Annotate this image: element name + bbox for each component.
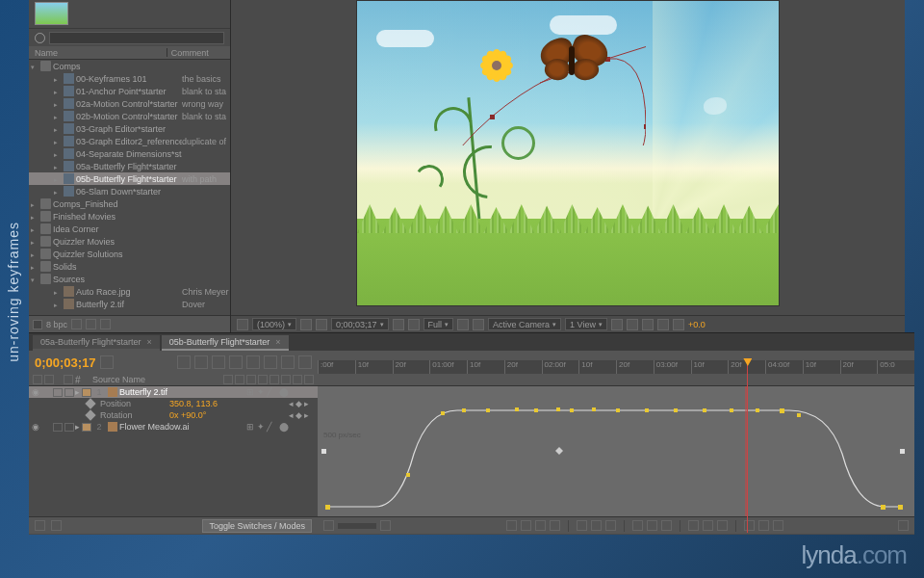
bpc-label[interactable]: 8 bpc: [46, 320, 67, 329]
views-dropdown[interactable]: 1 View: [565, 318, 607, 330]
close-tab-icon[interactable]: ×: [147, 337, 152, 347]
composition-canvas[interactable]: [356, 0, 780, 306]
transparency-icon[interactable]: [473, 319, 484, 330]
motion-blur-icon[interactable]: [246, 355, 260, 369]
easy-ease-out-icon[interactable]: [773, 520, 783, 531]
comp-thumbnail[interactable]: [35, 2, 68, 25]
time-ruler[interactable]: :00f10f20f01:00f10f20f02:00f10f20f03:00f…: [318, 360, 914, 374]
zoom-out-icon[interactable]: [323, 520, 334, 531]
ruler-tick[interactable]: 20f: [504, 360, 542, 374]
graph-editor-icon[interactable]: [298, 355, 312, 369]
property-name[interactable]: Rotation: [100, 410, 169, 420]
layer-name[interactable]: Butterfly 2.tif: [119, 387, 246, 397]
tree-row-comp[interactable]: 00-Keyframes 101the basics: [29, 72, 230, 85]
zoom-in-icon[interactable]: [380, 520, 391, 531]
frame-blend-toggle-icon[interactable]: [51, 520, 62, 531]
ruler-tick[interactable]: 10f: [578, 360, 616, 374]
project-column-headers[interactable]: Name Comment: [29, 46, 230, 60]
solo-toggle[interactable]: [53, 388, 63, 397]
solo-toggle[interactable]: [53, 423, 63, 432]
tree-row-comp[interactable]: 02b-Motion Control*starterblank to sta: [29, 110, 230, 122]
brainstorm-icon[interactable]: [264, 355, 277, 369]
source-name-header[interactable]: Source Name: [92, 375, 145, 384]
lock-toggle[interactable]: [64, 423, 74, 432]
snapshot-icon[interactable]: [393, 319, 404, 330]
viewer-time-display[interactable]: 0;00;03;17: [331, 318, 389, 330]
camera-dropdown[interactable]: Active Camera: [488, 318, 561, 330]
roi-icon[interactable]: [457, 319, 469, 330]
layer-row[interactable]: ◉▸2Flower Meadow.ai⊞ ✦ ╱ ⬤: [29, 421, 318, 433]
switches-header-3[interactable]: [246, 375, 256, 384]
auto-zoom-icon[interactable]: [577, 520, 587, 531]
property-name[interactable]: Position: [100, 399, 169, 408]
switches-header-7[interactable]: [293, 375, 302, 384]
ruler-tick[interactable]: 20f: [393, 360, 430, 374]
switches-header-6[interactable]: [281, 375, 291, 384]
property-value[interactable]: 350.8, 113.6: [169, 399, 218, 408]
mask-icon[interactable]: [316, 319, 327, 330]
tree-row-folder[interactable]: Quizzler Solutions: [29, 248, 230, 260]
resolution-dropdown[interactable]: Full: [424, 318, 454, 330]
exposure-value[interactable]: +0.0: [688, 320, 706, 329]
channel-icon[interactable]: [408, 319, 420, 330]
auto-bezier-icon[interactable]: [703, 520, 713, 531]
tree-row-file[interactable]: Butterfly 2.tifDover: [29, 298, 230, 310]
pixel-aspect-icon[interactable]: [611, 319, 623, 330]
next-kf-icon[interactable]: ▸: [304, 399, 309, 408]
delete-button[interactable]: [100, 319, 111, 329]
tree-row-comp[interactable]: 02a-Motion Control*starterwrong way: [29, 97, 230, 110]
switches-header-4[interactable]: [258, 375, 268, 384]
edit-selected-icon[interactable]: [647, 520, 657, 531]
tree-row-comp[interactable]: 05a-Butterfly Flight*starter: [29, 160, 230, 172]
visibility-icon[interactable]: ◉: [29, 387, 42, 397]
ruler-tick[interactable]: :00f: [318, 360, 355, 374]
reset-exposure-icon[interactable]: [673, 319, 684, 330]
magnify-icon[interactable]: [237, 319, 248, 330]
snap-icon[interactable]: [550, 520, 560, 531]
tree-row-file[interactable]: Auto Race.jpgChris Meyer: [29, 285, 230, 298]
tree-row-comp[interactable]: 03-Graph Editor*starter: [29, 122, 230, 135]
linear-kf-icon[interactable]: [688, 520, 699, 531]
fit-selection-icon[interactable]: [591, 520, 602, 531]
draft3d-icon[interactable]: [194, 355, 208, 369]
show-transform-box-icon[interactable]: [661, 520, 672, 531]
switches-header-1[interactable]: [223, 375, 233, 384]
prev-kf-icon[interactable]: ◂: [289, 399, 294, 408]
easy-ease-icon[interactable]: [744, 520, 755, 531]
tree-row-folder[interactable]: Sources: [29, 273, 230, 285]
tree-row-folder[interactable]: Quizzler Movies: [29, 235, 230, 248]
ruler-tick[interactable]: 10f: [467, 360, 504, 374]
current-time-indicator[interactable]: [747, 358, 748, 533]
tree-row-folder[interactable]: Finished Movies: [29, 210, 230, 223]
keyframe-stopwatch-icon[interactable]: [85, 409, 95, 420]
switches-header-2[interactable]: [235, 375, 244, 384]
fit-all-icon[interactable]: [605, 520, 616, 531]
flowchart-icon[interactable]: [657, 319, 669, 330]
butterfly-layer-graphic[interactable]: [535, 35, 612, 88]
grid-icon[interactable]: [300, 319, 312, 330]
ruler-tick[interactable]: 01:00f: [429, 360, 467, 374]
search-layers-icon[interactable]: [100, 355, 114, 369]
project-tree[interactable]: Comps00-Keyframes 101the basics01-Anchor…: [29, 60, 230, 315]
ruler-tick[interactable]: 20f: [616, 360, 654, 374]
av-header-icon[interactable]: [33, 375, 42, 384]
next-kf-icon[interactable]: ▸: [304, 410, 309, 420]
zoom-dropdown[interactable]: (100%): [252, 318, 296, 330]
tree-row-comp[interactable]: 06-Slam Down*starter: [29, 185, 230, 197]
comp-mini-flowchart-icon[interactable]: [177, 355, 191, 369]
close-tab-icon[interactable]: ×: [275, 337, 280, 347]
ruler-tick[interactable]: 20f: [840, 360, 878, 374]
current-timecode[interactable]: 0;00;03;17: [35, 355, 96, 370]
comp-marker-icon[interactable]: [898, 520, 909, 531]
switches-header-5[interactable]: [270, 375, 279, 384]
expand-icon[interactable]: [35, 520, 45, 531]
ruler-tick[interactable]: 02:00f: [542, 360, 579, 374]
project-search-input[interactable]: [49, 32, 224, 44]
fast-preview-icon[interactable]: [627, 319, 638, 330]
lock-toggle[interactable]: [64, 388, 74, 397]
layer-row[interactable]: ◉▸1Butterfly 2.tif⊞ ✦ ╱ ⬤: [29, 386, 318, 398]
timeline-tab[interactable]: 05a-Butterfly Flight*starter×: [33, 335, 160, 351]
lock-header-icon[interactable]: [44, 375, 54, 384]
choose-graph-icon[interactable]: [506, 520, 517, 531]
tree-row-comp[interactable]: 03-Graph Editor2_referenceduplicate of: [29, 135, 230, 147]
